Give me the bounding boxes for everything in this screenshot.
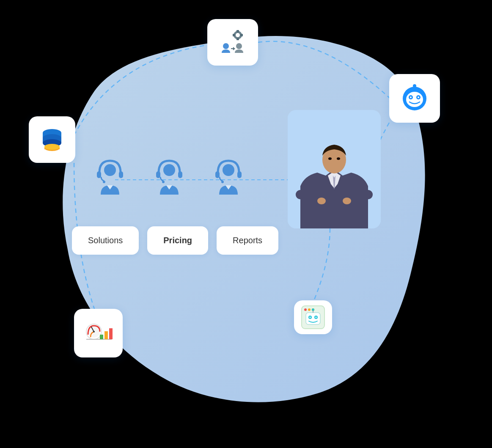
svg-point-7 [223, 43, 229, 49]
database-card [29, 116, 75, 163]
person-photo-card [288, 110, 381, 228]
chatbot-icon [301, 305, 325, 330]
svg-point-62 [312, 309, 314, 311]
svg-rect-51 [109, 328, 113, 339]
svg-point-40 [328, 157, 332, 160]
svg-rect-49 [100, 335, 103, 339]
reports-label[interactable]: Reports [217, 226, 278, 255]
svg-point-23 [410, 96, 412, 98]
solutions-label[interactable]: Solutions [72, 226, 139, 255]
svg-point-59 [310, 317, 311, 318]
svg-rect-6 [240, 34, 243, 36]
scene: Solutions Pricing Reports [0, 0, 492, 448]
labels-area: Solutions Pricing Reports [72, 226, 278, 255]
svg-rect-29 [156, 171, 160, 178]
robot-small-card [294, 300, 332, 334]
agents-area [93, 157, 245, 195]
svg-point-27 [103, 181, 105, 183]
svg-point-2 [236, 33, 240, 37]
svg-point-42 [317, 198, 326, 204]
svg-rect-3 [236, 30, 239, 33]
analytics-icon [82, 317, 115, 350]
svg-point-32 [163, 164, 175, 176]
svg-point-60 [316, 317, 317, 318]
svg-rect-5 [233, 34, 235, 36]
svg-point-43 [343, 198, 351, 204]
svg-rect-34 [237, 171, 242, 178]
robot-icon [399, 83, 430, 114]
svg-point-19 [413, 84, 416, 88]
svg-point-24 [418, 96, 419, 98]
workflow-icon [216, 27, 250, 57]
robot-card [389, 74, 440, 123]
agent-1 [93, 157, 127, 195]
pricing-text: Pricing [163, 236, 192, 245]
svg-rect-30 [178, 171, 182, 178]
reports-text: Reports [233, 236, 262, 245]
svg-point-8 [236, 43, 242, 49]
svg-rect-25 [97, 171, 101, 178]
workflow-card [207, 19, 258, 66]
svg-point-36 [223, 164, 234, 176]
svg-point-28 [104, 164, 116, 176]
svg-rect-50 [104, 331, 108, 339]
svg-point-16 [44, 144, 60, 150]
solutions-text: Solutions [88, 236, 123, 245]
svg-point-35 [221, 181, 224, 183]
pricing-label[interactable]: Pricing [147, 226, 208, 255]
svg-point-20 [406, 92, 423, 107]
agent-3 [212, 157, 245, 195]
svg-point-31 [162, 181, 165, 183]
svg-point-41 [337, 157, 340, 160]
svg-point-53 [304, 308, 307, 311]
analytics-card [74, 309, 123, 357]
database-icon [37, 124, 67, 155]
svg-rect-4 [236, 38, 239, 40]
person-silhouette [288, 110, 381, 228]
svg-rect-26 [119, 171, 123, 178]
svg-point-54 [308, 308, 311, 311]
agent-2 [152, 157, 186, 195]
svg-rect-33 [215, 171, 220, 178]
svg-point-47 [93, 331, 95, 333]
